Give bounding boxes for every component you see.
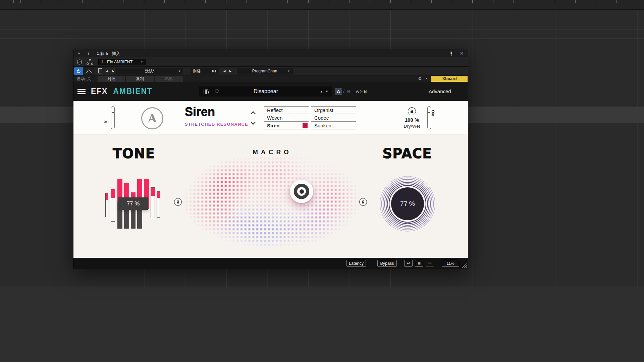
circle-slash-icon [76,59,83,65]
paste-button[interactable]: 粘贴 [155,76,183,82]
ab-slot-a-button[interactable]: A [335,88,342,95]
tone-title: TONE [105,146,162,161]
tone-bar [105,193,108,217]
preset-item-label: Organist [314,107,333,113]
preset-item-label: Siren [267,123,280,128]
window-collapse-button[interactable]: ▼ [77,50,80,57]
chevron-down-icon: ▼ [287,70,290,73]
slider-handle-icon [428,112,430,113]
plugin-option-row: 自动: 关 对照 复制 粘贴 ⚙ ▼ Xboard [73,75,468,82]
tone-bar [111,189,115,222]
plugin-main-panel: TONE MACRO SPACE 77 % [73,134,468,258]
tone-lock-button[interactable] [174,198,182,206]
daw-preset-selector[interactable]: 默认* ▼ [116,68,183,74]
menu-icon: ≡ [418,261,420,266]
preset-item-woven[interactable]: Woven [264,114,309,122]
pin-icon [449,51,453,56]
preset-up-button[interactable]: ▲ [320,86,323,97]
preset-down-button[interactable]: ▼ [325,86,328,97]
add-insert-button[interactable]: + [87,50,90,57]
settings-button[interactable]: ⚙ [418,75,422,82]
logo-letter: A [148,112,157,125]
pin-button[interactable] [449,51,453,58]
plugin-menu-button[interactable] [77,89,86,94]
window-title: 音轨 5 · 插入 [96,50,120,57]
daw-workspace: ▼ + 音轨 5 · 插入 × [0,0,644,362]
skip-to-end-icon [212,69,216,73]
sidechain-button[interactable]: 侧链 [190,68,219,74]
undo-button[interactable]: ↩ [404,260,413,267]
hamburger-icon [77,89,86,90]
timeline-ruler[interactable] [0,0,644,10]
automation-button[interactable] [84,67,94,75]
drywet-label: Dry/Wet [398,124,426,129]
macro-knob[interactable] [290,180,313,203]
ab-copy-button[interactable]: A > B [356,88,367,95]
preset-item-siren-selected[interactable]: Siren [264,122,309,129]
plugin-control-row: ◀ ▶ 默认* ▼ 侧链 ◀ ▶ ProgramChan ▼ [73,67,468,75]
preset-item-reflect[interactable]: Reflect [264,106,309,114]
latency-button[interactable]: Latency [346,260,366,267]
preset-file-button[interactable] [98,68,102,75]
lower-zone-divider [0,295,644,295]
plugin-selector[interactable]: 1 - Efx AMBIENT ▼ [98,59,146,65]
ab-slot-b-button[interactable]: B [347,88,351,95]
preset-item-label: Sunken [314,123,331,128]
xboard-button[interactable]: Xboard [431,76,468,82]
routing-button[interactable] [86,59,94,66]
resize-handle[interactable] [462,263,467,268]
program-prev-button[interactable]: ◀ [222,67,227,75]
redo-icon: ↪ [428,261,432,266]
copy-button[interactable]: 复制 [126,76,154,82]
document-icon [98,68,102,73]
preset-item-sunken[interactable]: Sunken [311,122,356,129]
macro-xy-field[interactable] [183,154,359,253]
event-bypass-button[interactable] [76,59,83,66]
insert-slot-row: 1 - Efx AMBIENT ▼ [73,57,468,67]
chevron-down-icon: ▼ [141,61,143,64]
preset-list: Reflect Organist Woven Codec Siren Sunke… [264,106,356,129]
bypass-button[interactable]: Bypass [377,260,397,267]
preset-next-button[interactable]: ▶ [110,67,116,75]
routing-icon [86,59,94,65]
output-gain-slider[interactable] [427,106,431,129]
redo-button[interactable]: ↪ [426,260,434,267]
compare-button[interactable]: 对照 [98,76,125,82]
history-menu-button[interactable]: ≡ [415,260,423,267]
chevron-up-icon[interactable] [251,111,256,117]
program-next-button[interactable]: ▶ [228,67,233,75]
plugin-window: ▼ + 音轨 5 · 插入 × [73,50,468,268]
input-label: In [103,120,107,123]
preset-display[interactable]: Disappear [199,86,332,97]
lock-icon [410,109,414,113]
hamburger-icon [77,91,86,92]
hamburger-icon [77,93,86,94]
automation-mode-label[interactable]: 自动: 关 [77,75,91,82]
power-icon [76,69,81,73]
drywet-value: 100 % [398,117,426,123]
settings-caret-button[interactable]: ▼ [425,75,428,82]
knob-dot-icon [300,189,304,194]
close-button[interactable]: × [460,50,464,57]
track-divider [0,29,644,30]
program-selector[interactable]: ProgramChan ▼ [237,68,292,74]
chevron-down-icon[interactable] [251,120,256,125]
preset-item-codec[interactable]: Codec [311,114,356,122]
brand-ambient: AMBIENT [113,87,152,96]
plugin-selector-label: 1 - Efx AMBIENT [101,60,132,64]
input-gain-slider[interactable] [111,106,115,129]
preset-item-organist[interactable]: Organist [311,106,356,114]
preset-prev-button[interactable]: ◀ [104,67,110,75]
plugin-power-button[interactable] [74,67,83,75]
tone-bar [157,191,160,218]
space-value-readout: 77 % [391,199,424,208]
advanced-button[interactable]: Advanced [429,88,451,95]
lower-zone [0,287,644,362]
preset-item-label: Reflect [267,107,283,113]
space-lock-button[interactable] [359,198,367,206]
track-divider [0,38,644,39]
window-titlebar[interactable]: ▼ + 音轨 5 · 插入 × [73,50,468,57]
tone-value-readout: 77 % [118,197,148,210]
drywet-lock-button[interactable] [408,107,416,115]
automation-curve-icon [86,69,92,73]
